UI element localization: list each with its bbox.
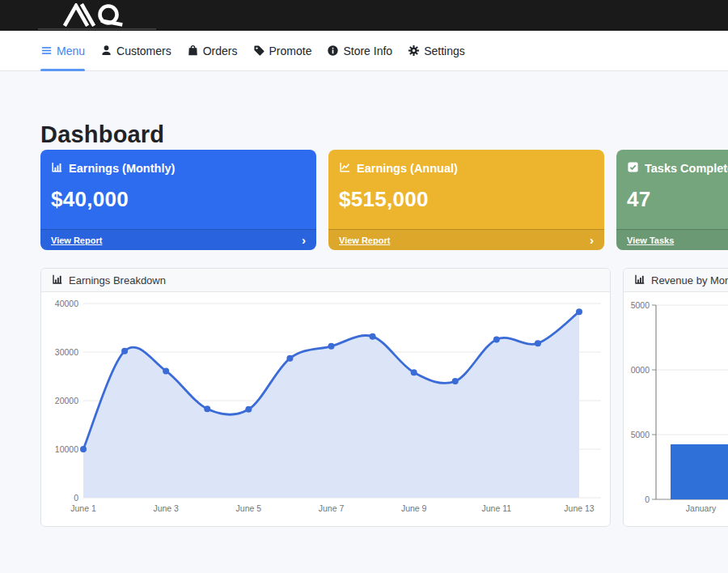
panel-title: Revenue by Month [651,274,728,286]
nav-item-customers[interactable]: Customers [100,31,171,70]
nav-item-label: Store Info [343,45,392,57]
earnings-breakdown-panel: Earnings Breakdown 010000200003000040000… [40,268,611,527]
view-tasks-link[interactable]: View Tasks › [616,229,728,250]
stat-card-value: $515,000 [339,187,594,212]
svg-text:January: January [686,503,717,513]
chevron-right-icon: › [302,234,306,246]
svg-text:June 13: June 13 [564,503,595,513]
stat-card-earnings-annual: Earnings (Annual) $515,000 View Report › [328,150,604,250]
checkbox-icon [627,161,639,176]
bar-chart-icon [51,161,63,176]
svg-text:5000: 5000 [631,430,650,439]
svg-text:June 11: June 11 [482,503,512,513]
svg-text:15000: 15000 [630,300,650,310]
panel-body: 010000200003000040000June 1June 3June 5J… [41,292,610,525]
stat-card-body: Earnings (Annual) $515,000 [328,150,604,212]
nav-item-store-info[interactable]: Store Info [327,31,392,70]
panel-header: Earnings Breakdown [41,269,610,292]
logo-underline [38,28,156,30]
svg-text:June 9: June 9 [401,503,427,513]
active-tab-underline [40,69,85,71]
topbar [0,0,728,31]
stat-card-body: Tasks Completed 47 [616,150,728,212]
svg-text:June 7: June 7 [319,503,345,513]
view-report-label: View Report [339,236,390,245]
gear-icon [408,45,420,57]
hamburger-icon [40,45,53,57]
stat-card-earnings-monthly: Earnings (Monthly) $40,000 View Report › [40,150,316,250]
revenue-by-month-panel: Revenue by Month 050001000015000January [623,268,728,527]
info-circle-icon [327,45,339,57]
brand-logo[interactable] [62,3,132,27]
revenue-by-month-chart: 050001000015000January [630,297,728,522]
nav-item-label: Settings [424,45,465,57]
stat-card-value: 47 [627,187,728,212]
stat-card-title: Tasks Completed [645,162,728,175]
earnings-breakdown-chart: 010000200003000040000June 1June 3June 5J… [48,297,603,522]
svg-text:10000: 10000 [55,444,78,454]
svg-text:20000: 20000 [55,396,78,405]
charts-row: Earnings Breakdown 010000200003000040000… [40,268,728,527]
panel-title: Earnings Breakdown [69,274,166,286]
bar-chart-icon [634,274,645,287]
stat-card-tasks-completed: Tasks Completed 47 View Tasks › [616,150,728,250]
stat-card-title-row: Tasks Completed [627,161,728,176]
stat-card-title: Earnings (Annual) [357,162,458,175]
chevron-right-icon: › [590,234,594,246]
nav-item-label: Customers [116,45,171,57]
tag-icon [253,45,265,57]
svg-text:30000: 30000 [55,347,78,357]
svg-text:June 1: June 1 [70,503,96,513]
main-nav: Menu Customers Orders Promote Store Info… [0,31,728,71]
nav-item-settings[interactable]: Settings [408,31,465,70]
view-tasks-label: View Tasks [627,236,674,245]
view-report-label: View Report [51,236,102,245]
panel-header: Revenue by Month [624,269,728,292]
svg-text:40000: 40000 [55,299,78,308]
view-report-link[interactable]: View Report › [328,229,604,250]
nav-item-orders[interactable]: Orders [187,31,238,70]
svg-text:10000: 10000 [630,365,650,375]
svg-text:June 3: June 3 [153,503,179,513]
stat-cards-row: Earnings (Monthly) $40,000 View Report ›… [40,150,728,250]
view-report-link[interactable]: View Report › [40,229,316,250]
nav-item-menu[interactable]: Menu [40,31,85,70]
svg-text:June 5: June 5 [236,503,262,513]
bar-chart-icon [52,274,63,287]
stat-card-title: Earnings (Monthly) [69,162,175,175]
nav-item-label: Orders [203,45,238,57]
stat-card-body: Earnings (Monthly) $40,000 [40,150,316,212]
nav-item-promote[interactable]: Promote [253,31,312,70]
svg-text:0: 0 [645,494,650,504]
stat-card-value: $40,000 [51,187,306,212]
nav-item-label: Promote [269,45,312,57]
shopping-bag-icon [187,45,199,57]
nav-item-label: Menu [57,45,85,57]
user-icon [100,45,112,57]
panel-body: 050001000015000January [624,292,728,525]
page-title: Dashboard [40,121,728,148]
main-content: Dashboard Earnings (Monthly) $40,000 Vie… [0,71,728,527]
line-chart-icon [339,161,351,176]
svg-text:0: 0 [74,493,78,503]
stat-card-title-row: Earnings (Annual) [339,161,594,176]
stat-card-title-row: Earnings (Monthly) [51,161,306,176]
